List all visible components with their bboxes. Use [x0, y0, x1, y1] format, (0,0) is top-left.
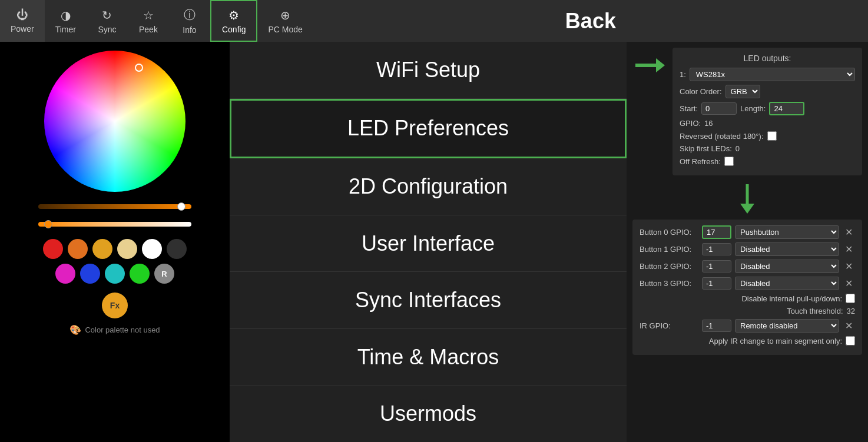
- swatch-white[interactable]: [142, 239, 162, 259]
- led-outputs-section: LED outputs: 1: WS281x SK6812 APA102 Col…: [632, 48, 862, 175]
- swatch-cyan[interactable]: [105, 264, 125, 284]
- menu-ui[interactable]: User Interface: [230, 215, 627, 272]
- button2-input[interactable]: [702, 260, 731, 272]
- button3-close[interactable]: ✕: [843, 277, 855, 290]
- top-nav: ⏻ Power ◑ Timer ↻ Sync ☆ Peek ⓘ Info ⚙ C…: [0, 0, 868, 42]
- menu-led[interactable]: LED Preferences: [230, 99, 627, 159]
- brightness-slider[interactable]: [38, 201, 191, 212]
- ir-select[interactable]: Remote disabled JSON remote IR remote: [735, 319, 839, 333]
- output-type-select[interactable]: WS281x SK6812 APA102: [690, 68, 855, 81]
- color-wheel-cursor: [135, 64, 143, 72]
- menu-sync[interactable]: Sync Interfaces: [230, 272, 627, 329]
- sync-icon: ↻: [102, 8, 112, 22]
- button0-close[interactable]: ✕: [843, 225, 855, 239]
- brightness-track: [38, 204, 191, 209]
- skip-value: 0: [736, 144, 740, 153]
- nav-timer-label: Timer: [55, 25, 76, 34]
- swatch-green[interactable]: [130, 264, 150, 284]
- swatch-red[interactable]: [43, 239, 63, 259]
- button1-close[interactable]: ✕: [843, 242, 855, 256]
- menu-usermods[interactable]: Usermods: [230, 385, 627, 442]
- button2-row: Button 2 GPIO: Disabled Pushbutton Switc…: [640, 260, 855, 273]
- nav-config-label: Config: [222, 25, 246, 34]
- swatch-warm-white[interactable]: [117, 239, 137, 259]
- nav-config[interactable]: ⚙ Config: [210, 0, 257, 42]
- menu-time[interactable]: Time & Macros: [230, 329, 627, 386]
- menu-time-label: Time & Macros: [357, 345, 499, 370]
- arrow-right-container: [632, 48, 672, 77]
- button1-select[interactable]: Disabled Pushbutton Switch: [735, 242, 839, 256]
- color-order-row: Color Order: GRB RGB BGR: [680, 85, 855, 98]
- reversed-row: Reversed (rotated 180°):: [680, 131, 855, 141]
- start-input[interactable]: [701, 102, 737, 115]
- power-icon: ⏻: [16, 8, 28, 22]
- button2-select[interactable]: Disabled Pushbutton Switch: [735, 260, 839, 273]
- nav-pcmode-label: PC Mode: [268, 25, 302, 34]
- reversed-label: Reversed (rotated 180°):: [680, 132, 764, 141]
- apply-ir-checkbox[interactable]: [846, 336, 855, 345]
- config-icon: ⚙: [228, 8, 239, 22]
- button0-input[interactable]: [702, 225, 731, 239]
- touch-label: Touch threshold:: [640, 307, 843, 315]
- arrow-right-icon: [632, 54, 668, 77]
- back-label: Back: [565, 9, 616, 34]
- nav-power[interactable]: ⏻ Power: [0, 0, 45, 42]
- pullup-row: Disable internal pull-up/down:: [640, 294, 855, 303]
- ir-input[interactable]: [702, 320, 731, 332]
- swatch-dark[interactable]: [167, 239, 187, 259]
- swatch-blue[interactable]: [80, 264, 100, 284]
- output-number-label: 1:: [680, 70, 686, 79]
- button1-label: Button 1 GPIO:: [640, 245, 698, 254]
- right-panel: LED outputs: 1: WS281x SK6812 APA102 Col…: [627, 42, 868, 442]
- touch-row: Touch threshold: 32: [640, 307, 855, 315]
- white-slider[interactable]: [38, 218, 191, 230]
- touch-value: 32: [847, 307, 855, 315]
- ir-label: IR GPIO:: [640, 321, 698, 330]
- swatch-r[interactable]: R: [154, 264, 174, 284]
- back-button[interactable]: Back: [313, 0, 868, 42]
- color-wheel[interactable]: [44, 51, 185, 192]
- button3-input[interactable]: [702, 277, 731, 290]
- fx-button[interactable]: Fx: [102, 293, 128, 318]
- nav-peek-label: Peek: [139, 25, 158, 34]
- button3-row: Button 3 GPIO: Disabled Pushbutton Switc…: [640, 277, 855, 290]
- swatch-magenta[interactable]: [55, 264, 75, 284]
- arrow-down-container: [632, 181, 862, 214]
- palette-icon: 🎨: [69, 324, 81, 335]
- reversed-checkbox[interactable]: [767, 131, 777, 141]
- length-input[interactable]: [769, 102, 804, 115]
- nav-power-label: Power: [11, 24, 34, 34]
- off-refresh-checkbox[interactable]: [724, 157, 734, 166]
- nav-info[interactable]: ⓘ Info: [169, 0, 210, 42]
- off-refresh-label: Off Refresh:: [680, 157, 721, 166]
- ir-close[interactable]: ✕: [843, 319, 855, 333]
- svg-marker-0: [656, 58, 665, 72]
- button0-select[interactable]: Pushbutton Switch Disabled: [735, 225, 839, 239]
- button-gpio-card: Button 0 GPIO: Pushbutton Switch Disable…: [632, 220, 862, 355]
- menu-wifi[interactable]: WiFi Setup: [230, 42, 627, 99]
- output-type-row: 1: WS281x SK6812 APA102: [680, 68, 855, 81]
- brightness-thumb: [177, 202, 185, 211]
- button2-close[interactable]: ✕: [843, 260, 855, 273]
- menu-sync-label: Sync Interfaces: [355, 288, 501, 313]
- button1-input[interactable]: [702, 243, 731, 255]
- menu-led-label: LED Preferences: [347, 116, 509, 141]
- swatch-orange[interactable]: [68, 239, 88, 259]
- nav-timer[interactable]: ◑ Timer: [45, 0, 87, 42]
- nav-peek[interactable]: ☆ Peek: [128, 0, 169, 42]
- nav-pcmode[interactable]: ⊕ PC Mode: [257, 0, 313, 42]
- swatch-amber[interactable]: [92, 239, 112, 259]
- led-outputs-title: LED outputs:: [680, 54, 855, 63]
- menu-2d[interactable]: 2D Configuration: [230, 158, 627, 215]
- white-track: [38, 222, 191, 227]
- color-order-select[interactable]: GRB RGB BGR: [725, 85, 760, 98]
- skip-label: Skip first LEDs:: [680, 144, 732, 153]
- menu-usermods-label: Usermods: [380, 401, 476, 426]
- button3-select[interactable]: Disabled Pushbutton Switch: [735, 277, 839, 290]
- color-order-label: Color Order:: [680, 87, 722, 96]
- palette-info: 🎨 Color palette not used: [69, 324, 160, 335]
- nav-sync[interactable]: ↻ Sync: [87, 0, 128, 42]
- color-wheel-container[interactable]: [44, 51, 185, 192]
- pullup-checkbox[interactable]: [846, 294, 855, 303]
- off-refresh-row: Off Refresh:: [680, 157, 855, 166]
